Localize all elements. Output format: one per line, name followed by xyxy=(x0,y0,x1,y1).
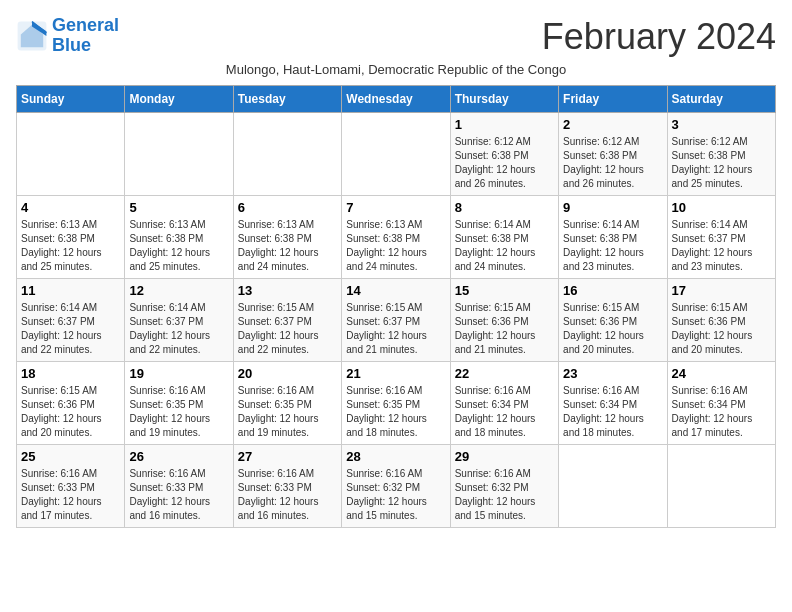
day-info: Sunrise: 6:14 AM Sunset: 6:37 PM Dayligh… xyxy=(21,301,120,357)
calendar-cell: 11Sunrise: 6:14 AM Sunset: 6:37 PM Dayli… xyxy=(17,279,125,362)
month-year-title: February 2024 xyxy=(542,16,776,58)
calendar-week-row: 25Sunrise: 6:16 AM Sunset: 6:33 PM Dayli… xyxy=(17,445,776,528)
day-number: 23 xyxy=(563,366,662,381)
calendar-cell xyxy=(125,113,233,196)
day-info: Sunrise: 6:14 AM Sunset: 6:38 PM Dayligh… xyxy=(563,218,662,274)
calendar-header: SundayMondayTuesdayWednesdayThursdayFrid… xyxy=(17,86,776,113)
calendar-week-row: 11Sunrise: 6:14 AM Sunset: 6:37 PM Dayli… xyxy=(17,279,776,362)
calendar-cell: 17Sunrise: 6:15 AM Sunset: 6:36 PM Dayli… xyxy=(667,279,775,362)
day-info: Sunrise: 6:12 AM Sunset: 6:38 PM Dayligh… xyxy=(672,135,771,191)
day-of-week-header: Tuesday xyxy=(233,86,341,113)
calendar-cell: 20Sunrise: 6:16 AM Sunset: 6:35 PM Dayli… xyxy=(233,362,341,445)
calendar-cell: 21Sunrise: 6:16 AM Sunset: 6:35 PM Dayli… xyxy=(342,362,450,445)
calendar-cell: 10Sunrise: 6:14 AM Sunset: 6:37 PM Dayli… xyxy=(667,196,775,279)
calendar-cell: 1Sunrise: 6:12 AM Sunset: 6:38 PM Daylig… xyxy=(450,113,558,196)
day-info: Sunrise: 6:16 AM Sunset: 6:34 PM Dayligh… xyxy=(672,384,771,440)
calendar-cell: 19Sunrise: 6:16 AM Sunset: 6:35 PM Dayli… xyxy=(125,362,233,445)
calendar-cell: 15Sunrise: 6:15 AM Sunset: 6:36 PM Dayli… xyxy=(450,279,558,362)
day-of-week-header: Saturday xyxy=(667,86,775,113)
calendar-cell: 7Sunrise: 6:13 AM Sunset: 6:38 PM Daylig… xyxy=(342,196,450,279)
day-number: 12 xyxy=(129,283,228,298)
calendar-cell: 27Sunrise: 6:16 AM Sunset: 6:33 PM Dayli… xyxy=(233,445,341,528)
day-info: Sunrise: 6:16 AM Sunset: 6:34 PM Dayligh… xyxy=(455,384,554,440)
day-number: 29 xyxy=(455,449,554,464)
calendar-cell: 14Sunrise: 6:15 AM Sunset: 6:37 PM Dayli… xyxy=(342,279,450,362)
title-block: February 2024 xyxy=(542,16,776,58)
calendar-cell xyxy=(667,445,775,528)
day-number: 20 xyxy=(238,366,337,381)
day-info: Sunrise: 6:16 AM Sunset: 6:33 PM Dayligh… xyxy=(21,467,120,523)
calendar-week-row: 18Sunrise: 6:15 AM Sunset: 6:36 PM Dayli… xyxy=(17,362,776,445)
calendar-cell: 4Sunrise: 6:13 AM Sunset: 6:38 PM Daylig… xyxy=(17,196,125,279)
calendar-cell: 3Sunrise: 6:12 AM Sunset: 6:38 PM Daylig… xyxy=(667,113,775,196)
logo: General Blue xyxy=(16,16,119,56)
calendar-cell: 2Sunrise: 6:12 AM Sunset: 6:38 PM Daylig… xyxy=(559,113,667,196)
calendar-cell: 5Sunrise: 6:13 AM Sunset: 6:38 PM Daylig… xyxy=(125,196,233,279)
day-number: 25 xyxy=(21,449,120,464)
calendar-cell xyxy=(17,113,125,196)
day-info: Sunrise: 6:12 AM Sunset: 6:38 PM Dayligh… xyxy=(455,135,554,191)
day-info: Sunrise: 6:13 AM Sunset: 6:38 PM Dayligh… xyxy=(21,218,120,274)
day-info: Sunrise: 6:16 AM Sunset: 6:33 PM Dayligh… xyxy=(238,467,337,523)
day-number: 16 xyxy=(563,283,662,298)
day-info: Sunrise: 6:14 AM Sunset: 6:38 PM Dayligh… xyxy=(455,218,554,274)
day-number: 11 xyxy=(21,283,120,298)
day-number: 3 xyxy=(672,117,771,132)
day-of-week-header: Sunday xyxy=(17,86,125,113)
day-number: 18 xyxy=(21,366,120,381)
day-info: Sunrise: 6:15 AM Sunset: 6:36 PM Dayligh… xyxy=(672,301,771,357)
day-number: 22 xyxy=(455,366,554,381)
day-info: Sunrise: 6:14 AM Sunset: 6:37 PM Dayligh… xyxy=(672,218,771,274)
calendar-cell: 12Sunrise: 6:14 AM Sunset: 6:37 PM Dayli… xyxy=(125,279,233,362)
calendar-cell: 29Sunrise: 6:16 AM Sunset: 6:32 PM Dayli… xyxy=(450,445,558,528)
calendar-cell: 16Sunrise: 6:15 AM Sunset: 6:36 PM Dayli… xyxy=(559,279,667,362)
day-info: Sunrise: 6:13 AM Sunset: 6:38 PM Dayligh… xyxy=(238,218,337,274)
day-number: 24 xyxy=(672,366,771,381)
calendar-cell: 8Sunrise: 6:14 AM Sunset: 6:38 PM Daylig… xyxy=(450,196,558,279)
calendar-cell xyxy=(559,445,667,528)
calendar-cell xyxy=(342,113,450,196)
day-info: Sunrise: 6:16 AM Sunset: 6:34 PM Dayligh… xyxy=(563,384,662,440)
day-info: Sunrise: 6:15 AM Sunset: 6:36 PM Dayligh… xyxy=(563,301,662,357)
day-info: Sunrise: 6:16 AM Sunset: 6:32 PM Dayligh… xyxy=(455,467,554,523)
day-number: 14 xyxy=(346,283,445,298)
day-of-week-header: Friday xyxy=(559,86,667,113)
calendar-week-row: 4Sunrise: 6:13 AM Sunset: 6:38 PM Daylig… xyxy=(17,196,776,279)
calendar-week-row: 1Sunrise: 6:12 AM Sunset: 6:38 PM Daylig… xyxy=(17,113,776,196)
calendar-table: SundayMondayTuesdayWednesdayThursdayFrid… xyxy=(16,85,776,528)
day-info: Sunrise: 6:16 AM Sunset: 6:32 PM Dayligh… xyxy=(346,467,445,523)
day-info: Sunrise: 6:13 AM Sunset: 6:38 PM Dayligh… xyxy=(346,218,445,274)
day-number: 28 xyxy=(346,449,445,464)
day-number: 15 xyxy=(455,283,554,298)
day-number: 19 xyxy=(129,366,228,381)
day-number: 13 xyxy=(238,283,337,298)
calendar-cell: 13Sunrise: 6:15 AM Sunset: 6:37 PM Dayli… xyxy=(233,279,341,362)
day-of-week-header: Wednesday xyxy=(342,86,450,113)
day-number: 17 xyxy=(672,283,771,298)
calendar-cell: 9Sunrise: 6:14 AM Sunset: 6:38 PM Daylig… xyxy=(559,196,667,279)
day-info: Sunrise: 6:16 AM Sunset: 6:35 PM Dayligh… xyxy=(129,384,228,440)
calendar-cell: 25Sunrise: 6:16 AM Sunset: 6:33 PM Dayli… xyxy=(17,445,125,528)
calendar-cell xyxy=(233,113,341,196)
day-number: 10 xyxy=(672,200,771,215)
day-number: 8 xyxy=(455,200,554,215)
location-subtitle: Mulongo, Haut-Lomami, Democratic Republi… xyxy=(16,62,776,77)
day-number: 1 xyxy=(455,117,554,132)
day-info: Sunrise: 6:16 AM Sunset: 6:35 PM Dayligh… xyxy=(346,384,445,440)
day-info: Sunrise: 6:13 AM Sunset: 6:38 PM Dayligh… xyxy=(129,218,228,274)
page-header: General Blue February 2024 xyxy=(16,16,776,58)
day-info: Sunrise: 6:14 AM Sunset: 6:37 PM Dayligh… xyxy=(129,301,228,357)
calendar-cell: 24Sunrise: 6:16 AM Sunset: 6:34 PM Dayli… xyxy=(667,362,775,445)
calendar-cell: 18Sunrise: 6:15 AM Sunset: 6:36 PM Dayli… xyxy=(17,362,125,445)
day-info: Sunrise: 6:15 AM Sunset: 6:37 PM Dayligh… xyxy=(346,301,445,357)
day-number: 26 xyxy=(129,449,228,464)
day-info: Sunrise: 6:15 AM Sunset: 6:37 PM Dayligh… xyxy=(238,301,337,357)
days-of-week-row: SundayMondayTuesdayWednesdayThursdayFrid… xyxy=(17,86,776,113)
day-number: 6 xyxy=(238,200,337,215)
day-info: Sunrise: 6:12 AM Sunset: 6:38 PM Dayligh… xyxy=(563,135,662,191)
day-info: Sunrise: 6:15 AM Sunset: 6:36 PM Dayligh… xyxy=(455,301,554,357)
day-of-week-header: Monday xyxy=(125,86,233,113)
logo-icon xyxy=(16,20,48,52)
day-info: Sunrise: 6:15 AM Sunset: 6:36 PM Dayligh… xyxy=(21,384,120,440)
day-number: 5 xyxy=(129,200,228,215)
